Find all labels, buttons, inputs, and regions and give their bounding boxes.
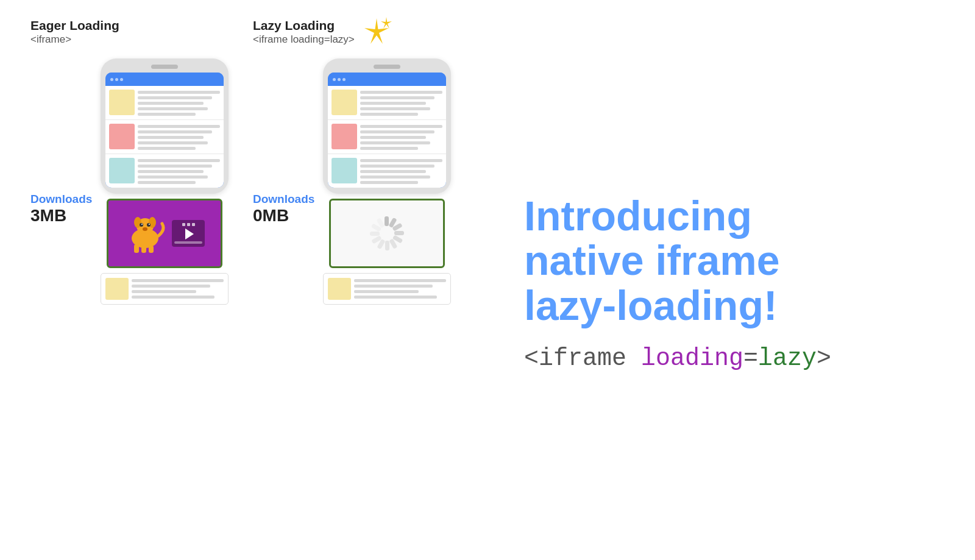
lazy-iframe-preview [329, 199, 445, 268]
svg-point-9 [149, 224, 150, 225]
svg-rect-12 [141, 246, 146, 253]
right-section: Introducing native iframe lazy-loading! … [506, 18, 945, 548]
lazy-downloads-label: Downloads [253, 193, 314, 206]
lazy-downloads: Downloads 0MB [253, 58, 314, 225]
eager-subtitle: <iframe> [30, 34, 247, 46]
video-icon-box [172, 220, 205, 247]
lazy-below-card [323, 273, 451, 305]
code-open: <iframe [524, 345, 641, 372]
eager-title: Eager Loading [30, 18, 247, 33]
sparkle-icon [361, 16, 392, 50]
svg-rect-14 [385, 216, 389, 226]
intro-line3: lazy-loading! [524, 282, 778, 328]
code-equals: = [743, 345, 758, 372]
eager-below-card [101, 273, 229, 305]
eager-header: Eager Loading <iframe> [30, 18, 247, 50]
svg-point-10 [143, 227, 147, 231]
eager-downloads: Downloads 3MB [30, 58, 92, 225]
code-close: > [817, 345, 831, 372]
svg-rect-17 [394, 231, 404, 235]
lazy-phone [323, 58, 451, 305]
svg-rect-23 [370, 232, 380, 236]
intro-line2: native iframe [524, 237, 780, 283]
eager-iframe-preview [107, 199, 222, 268]
svg-rect-20 [385, 241, 389, 250]
lazy-phone-block: Downloads 0MB [253, 58, 460, 305]
svg-marker-1 [381, 17, 392, 29]
lazy-downloads-value: 0MB [253, 206, 314, 225]
eager-phone [101, 58, 229, 305]
svg-rect-11 [134, 244, 139, 253]
code-attr: loading [641, 345, 743, 372]
lazy-header: Lazy Loading <iframe loading=lazy> [253, 18, 460, 50]
code-tag: <iframe loading=lazy> [524, 345, 945, 372]
svg-point-6 [140, 223, 143, 227]
svg-point-7 [141, 224, 143, 225]
svg-rect-13 [149, 246, 154, 253]
code-value: lazy [758, 345, 817, 372]
intro-line1: Introducing [524, 193, 752, 239]
intro-text: Introducing native iframe lazy-loading! [524, 194, 945, 328]
lazy-title: Lazy Loading [253, 18, 355, 33]
eager-downloads-value: 3MB [30, 206, 92, 225]
eager-downloads-label: Downloads [30, 193, 92, 206]
dog-icon [124, 214, 166, 253]
lazy-subtitle: <iframe loading=lazy> [253, 34, 355, 46]
svg-point-8 [147, 223, 151, 227]
eager-phone-block: Downloads 3MB [30, 58, 247, 305]
loading-spinner [367, 214, 406, 253]
